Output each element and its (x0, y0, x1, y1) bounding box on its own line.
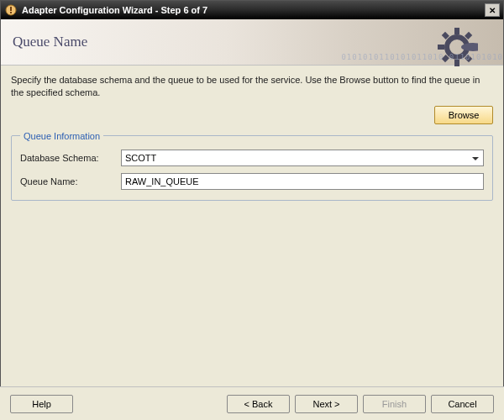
svg-rect-6 (438, 45, 444, 50)
app-icon (4, 3, 18, 17)
gear-icon (436, 26, 478, 68)
wizard-footer: Help < Back Next > Finish Cancel (0, 386, 504, 420)
database-schema-row: Database Schema: SCOTT (20, 150, 484, 166)
wizard-header: Queue Name 0101010110101011010 011010101… (1, 19, 503, 66)
decorative-binary: 0101010110101011010 0110101010 (341, 53, 503, 61)
window-title: Adapter Configuration Wizard - Step 6 of… (22, 5, 485, 15)
help-button[interactable]: Help (10, 395, 73, 413)
queue-name-row: Queue Name: (20, 173, 484, 190)
svg-point-12 (461, 43, 478, 51)
svg-rect-1 (10, 7, 12, 11)
finish-button: Finish (363, 395, 426, 413)
content-area: Specify the database schema and the queu… (1, 66, 503, 386)
cancel-button[interactable]: Cancel (431, 395, 494, 413)
database-schema-select[interactable]: SCOTT (121, 150, 484, 166)
close-button[interactable]: ✕ (485, 3, 500, 17)
next-button[interactable]: Next > (295, 395, 358, 413)
queue-name-label: Queue Name: (20, 176, 121, 186)
back-button[interactable]: < Back (227, 395, 290, 413)
svg-rect-4 (454, 28, 459, 34)
queue-information-group: Queue Information Database Schema: SCOTT… (11, 131, 493, 201)
instruction-text: Specify the database schema and the queu… (11, 74, 493, 99)
chevron-down-icon (470, 153, 481, 165)
titlebar: Adapter Configuration Wizard - Step 6 of… (1, 1, 503, 19)
database-schema-value: SCOTT (125, 153, 156, 163)
queue-name-input[interactable] (121, 173, 484, 190)
group-legend: Queue Information (20, 131, 103, 141)
page-title: Queue Name (13, 34, 87, 50)
browse-button[interactable]: Browse (434, 106, 493, 124)
svg-rect-2 (10, 12, 12, 13)
database-schema-label: Database Schema: (20, 153, 121, 163)
